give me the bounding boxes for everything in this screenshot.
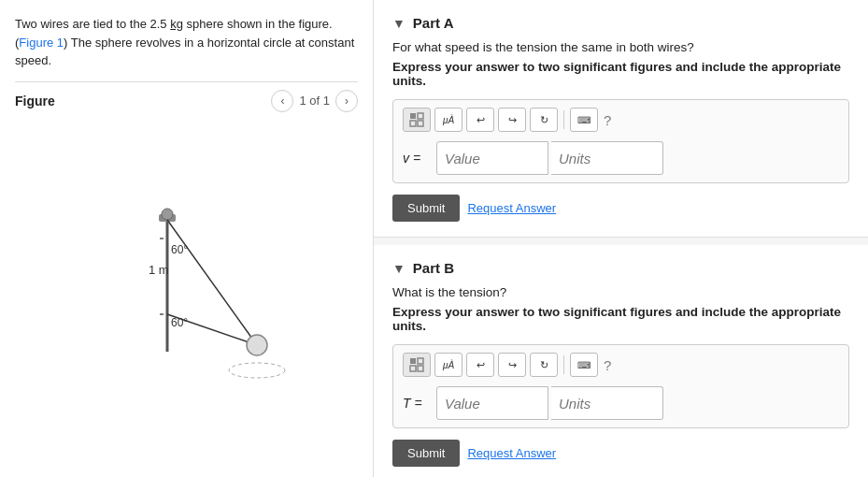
part-a-request-button[interactable]: Request Answer bbox=[467, 201, 556, 215]
svg-rect-13 bbox=[410, 358, 416, 364]
part-b-toolbar: μÀ ↩ ↪ ↻ ⌨ ? bbox=[403, 353, 839, 377]
lower-angle-label: 60° bbox=[171, 316, 188, 329]
part-b-toggle[interactable]: ▼ bbox=[392, 261, 406, 276]
part-b-request-button[interactable]: Request Answer bbox=[467, 446, 556, 460]
part-a-toggle[interactable]: ▼ bbox=[392, 16, 406, 31]
mu-button-b[interactable]: μÀ bbox=[434, 353, 462, 377]
keyboard-button-a[interactable]: ⌨ bbox=[570, 108, 598, 132]
part-b-units-input[interactable] bbox=[551, 386, 663, 420]
redo-button-a[interactable]: ↪ bbox=[498, 108, 526, 132]
figure-header: Figure ‹ 1 of 1 › bbox=[15, 81, 358, 112]
figure-label: Figure bbox=[15, 94, 55, 108]
svg-rect-15 bbox=[410, 366, 416, 371]
svg-rect-9 bbox=[410, 113, 416, 119]
part-a-question: For what speed is the tension the same i… bbox=[392, 40, 849, 54]
part-a-input-label: v = bbox=[403, 151, 429, 166]
part-b-express: Express your answer to two significant f… bbox=[392, 305, 849, 333]
matrix-button-a[interactable] bbox=[403, 108, 431, 132]
svg-rect-16 bbox=[418, 366, 423, 371]
part-b-answer-box: μÀ ↩ ↪ ↻ ⌨ ? T = bbox=[392, 344, 849, 428]
part-a-express: Express your answer to two significant f… bbox=[392, 60, 849, 88]
figure-container: 1 m 60° 60° bbox=[15, 116, 358, 476]
help-button-a[interactable]: ? bbox=[604, 112, 611, 128]
svg-rect-14 bbox=[418, 358, 423, 364]
svg-point-8 bbox=[229, 363, 285, 378]
undo-button-a[interactable]: ↩ bbox=[466, 108, 494, 132]
prev-figure-button[interactable]: ‹ bbox=[271, 90, 293, 112]
part-a-input-row: v = bbox=[403, 141, 839, 175]
part-a-actions: Submit Request Answer bbox=[392, 195, 849, 222]
figure-nav: ‹ 1 of 1 › bbox=[271, 90, 358, 112]
help-button-b[interactable]: ? bbox=[604, 357, 611, 373]
part-a-units-input[interactable] bbox=[551, 141, 663, 175]
part-b-value-input[interactable] bbox=[436, 386, 548, 420]
svg-point-7 bbox=[247, 335, 267, 355]
part-b-submit-button[interactable]: Submit bbox=[392, 440, 460, 467]
part-a-value-input[interactable] bbox=[436, 141, 548, 175]
part-b-section: ▼ Part B What is the tension? Express yo… bbox=[374, 245, 868, 477]
figure-svg: 1 m 60° 60° bbox=[70, 188, 304, 403]
toolbar-sep-b bbox=[563, 355, 564, 374]
left-panel: Two wires are tied to the 2.5 kg sphere … bbox=[0, 0, 374, 477]
length-label: 1 m bbox=[149, 263, 169, 277]
mu-button-a[interactable]: μÀ bbox=[434, 108, 462, 132]
page-indicator: 1 of 1 bbox=[299, 94, 330, 108]
right-panel: ▼ Part A For what speed is the tension t… bbox=[374, 0, 868, 477]
svg-rect-10 bbox=[418, 113, 423, 119]
refresh-button-b[interactable]: ↻ bbox=[530, 353, 558, 377]
figure-link[interactable]: Figure 1 bbox=[19, 36, 64, 50]
part-b-question: What is the tension? bbox=[392, 285, 849, 299]
toolbar-sep-a bbox=[563, 110, 564, 129]
part-b-input-label: T = bbox=[403, 396, 429, 411]
svg-rect-11 bbox=[410, 121, 416, 126]
next-figure-button[interactable]: › bbox=[335, 90, 358, 112]
part-b-label: Part B bbox=[413, 260, 454, 276]
part-a-toolbar: μÀ ↩ ↪ ↻ ⌨ ? bbox=[403, 108, 839, 132]
redo-button-b[interactable]: ↪ bbox=[498, 353, 526, 377]
matrix-button-b[interactable] bbox=[403, 353, 431, 377]
part-a-answer-box: μÀ ↩ ↪ ↻ ⌨ ? v = bbox=[392, 99, 849, 183]
keyboard-button-b[interactable]: ⌨ bbox=[570, 353, 598, 377]
part-a-submit-button[interactable]: Submit bbox=[392, 195, 460, 222]
undo-button-b[interactable]: ↩ bbox=[466, 353, 494, 377]
refresh-button-a[interactable]: ↻ bbox=[530, 108, 558, 132]
part-a-label: Part A bbox=[413, 15, 454, 31]
part-b-actions: Submit Request Answer bbox=[392, 440, 849, 467]
svg-rect-12 bbox=[418, 121, 423, 126]
problem-text: Two wires are tied to the 2.5 kg sphere … bbox=[15, 15, 358, 70]
part-a-header: ▼ Part A bbox=[392, 15, 849, 31]
part-b-header: ▼ Part B bbox=[392, 260, 849, 276]
upper-angle-label: 60° bbox=[171, 243, 188, 256]
part-b-input-row: T = bbox=[403, 386, 839, 420]
svg-point-2 bbox=[162, 209, 173, 220]
part-a-section: ▼ Part A For what speed is the tension t… bbox=[374, 0, 868, 238]
